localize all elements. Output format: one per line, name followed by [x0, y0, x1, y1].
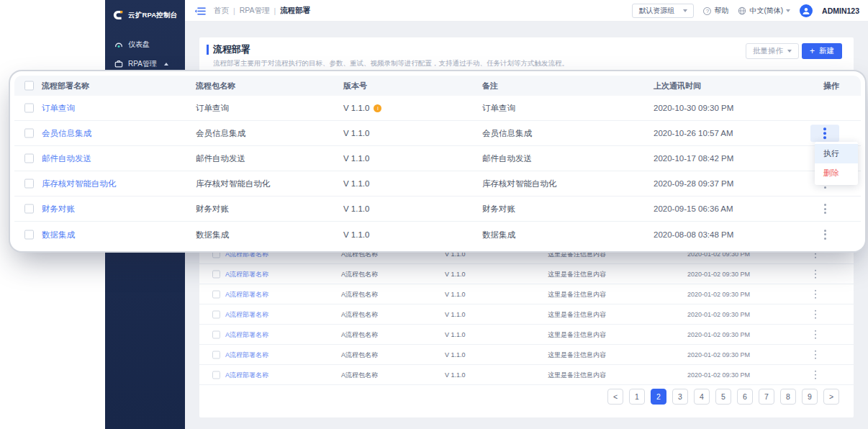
pagination-page-7[interactable]: 7 — [759, 389, 774, 405]
last-communication-time: 2020-01-02 09:30 PM — [687, 311, 750, 318]
version-number: V 1.1.0 — [343, 154, 369, 163]
column-header-remark: 备注 — [482, 81, 498, 91]
package-name: A流程包名称 — [341, 269, 378, 279]
row-actions-button[interactable] — [810, 125, 839, 142]
row-checkbox[interactable] — [212, 310, 220, 318]
language-select[interactable]: 中文(简体) — [738, 6, 790, 16]
package-name: A流程包名称 — [341, 370, 378, 379]
row-actions-button[interactable] — [801, 310, 830, 319]
more-vertical-icon — [815, 269, 817, 279]
select-all-checkbox[interactable] — [24, 81, 34, 91]
deployment-name-link[interactable]: A流程部署名称 — [225, 289, 268, 299]
resource-group-select[interactable]: 默认资源组 — [632, 4, 694, 18]
magnified-table-overlay: 流程部署名称 流程包名称 版本号 备注 上次通讯时间 操作 订单查询订单查询V … — [14, 76, 861, 247]
pagination-page-5[interactable]: 5 — [715, 389, 731, 405]
avatar[interactable] — [800, 4, 813, 17]
row-actions-button[interactable] — [801, 269, 830, 279]
table-row: A流程部署名称A流程包名称V 1.1.0这里是备注信息内容2020-01-02 … — [199, 244, 854, 264]
row-checkbox[interactable] — [212, 330, 220, 338]
deployment-name-link[interactable]: 库存核对智能自动化 — [42, 179, 117, 189]
pagination-page-4[interactable]: 4 — [694, 389, 710, 405]
deployment-name-link[interactable]: A流程部署名称 — [225, 330, 268, 339]
pagination: <123456789> — [607, 389, 839, 405]
title-accent-bar — [207, 45, 209, 55]
sidebar-item-label: RPA管理 — [128, 59, 157, 69]
remark: 这里是备注信息内容 — [548, 350, 606, 359]
row-actions-button[interactable] — [801, 370, 830, 379]
column-header-last-communication: 上次通讯时间 — [654, 81, 701, 91]
row-checkbox[interactable] — [24, 104, 34, 113]
pagination-page-8[interactable]: 8 — [780, 389, 796, 405]
version-number: V 1.1.0 — [343, 129, 369, 137]
breadcrumb-rpa-management[interactable]: RPA管理 — [240, 6, 270, 16]
pagination-prev[interactable]: < — [607, 389, 623, 405]
row-checkbox[interactable] — [212, 371, 220, 379]
deployment-name-link[interactable]: 财务对账 — [42, 204, 75, 214]
app-logo: 云扩RPA控制台 — [113, 9, 177, 21]
package-name: 财务对账 — [196, 204, 229, 214]
deployment-name-link[interactable]: 数据集成 — [42, 229, 75, 240]
deployment-name-link[interactable]: 邮件自动发送 — [42, 153, 91, 164]
deployment-name-link[interactable]: A流程部署名称 — [225, 310, 268, 319]
sidebar-item-dashboard[interactable]: 仪表盘 — [114, 40, 150, 50]
row-actions-button[interactable] — [801, 249, 830, 258]
row-actions-button[interactable] — [810, 230, 839, 240]
pagination-page-3[interactable]: 3 — [672, 389, 688, 405]
row-actions-button[interactable] — [801, 289, 830, 299]
pagination-page-1[interactable]: 1 — [629, 389, 645, 405]
row-actions-button[interactable] — [801, 350, 830, 359]
batch-actions-label: 批量操作 — [753, 46, 783, 56]
last-communication-time: 2020-09-15 06:36 AM — [654, 204, 733, 213]
row-actions-button[interactable] — [810, 204, 839, 214]
row-actions-button[interactable] — [801, 330, 830, 339]
menu-collapse-icon[interactable] — [194, 6, 206, 19]
menu-item-delete[interactable]: 删除 — [815, 163, 858, 183]
deployment-name-link[interactable]: A流程部署名称 — [225, 350, 268, 359]
pagination-page-2[interactable]: 2 — [651, 389, 666, 405]
deployment-name-link[interactable]: 会员信息集成 — [42, 128, 91, 139]
new-deployment-label: 新建 — [819, 46, 834, 56]
row-checkbox[interactable] — [24, 154, 34, 163]
deployment-name-link[interactable]: A流程部署名称 — [225, 249, 268, 258]
version-alert-icon: i — [374, 104, 381, 112]
page-title: 流程部署 — [213, 43, 250, 56]
new-deployment-button[interactable]: + 新建 — [802, 43, 842, 59]
deployment-name-link[interactable]: 订单查询 — [42, 103, 75, 114]
pagination-page-6[interactable]: 6 — [737, 389, 753, 405]
row-checkbox[interactable] — [24, 230, 34, 239]
more-vertical-icon — [815, 289, 817, 299]
row-checkbox[interactable] — [212, 270, 220, 278]
deployment-name-link[interactable]: A流程部署名称 — [225, 269, 268, 279]
topbar: 首页 | RPA管理 | 流程部署 默认资源组 ? 帮助 — [185, 0, 868, 22]
version-number: V 1.1.0 — [343, 179, 369, 188]
menu-item-execute[interactable]: 执行 — [815, 144, 858, 163]
package-name: A流程包名称 — [341, 249, 378, 258]
column-header-deployment-name: 流程部署名称 — [42, 81, 89, 91]
sidebar-item-rpa-management[interactable]: RPA管理 — [114, 59, 168, 69]
remark: 财务对账 — [482, 204, 515, 214]
row-checkbox[interactable] — [212, 290, 220, 298]
row-checkbox[interactable] — [212, 250, 220, 258]
last-communication-time: 2020-09-28 09:37 PM — [654, 179, 733, 188]
help-button[interactable]: ? 帮助 — [703, 6, 728, 16]
row-actions-menu: 执行 删除 — [815, 142, 858, 185]
row-checkbox[interactable] — [24, 204, 34, 214]
more-vertical-icon — [824, 204, 826, 214]
deployment-name-link[interactable]: A流程部署名称 — [225, 370, 268, 379]
row-checkbox[interactable] — [212, 351, 220, 358]
table-header-row: 流程部署名称 流程包名称 版本号 备注 上次通讯时间 操作 — [14, 76, 861, 96]
package-name: 数据集成 — [196, 229, 229, 240]
pagination-page-9[interactable]: 9 — [802, 389, 818, 405]
remark: 这里是备注信息内容 — [548, 370, 606, 379]
sidebar-item-label: 仪表盘 — [128, 40, 150, 50]
breadcrumb-home[interactable]: 首页 — [214, 6, 229, 16]
batch-actions-button[interactable]: 批量操作 — [746, 43, 799, 59]
row-checkbox[interactable] — [24, 179, 34, 189]
last-communication-time: 2020-01-02 09:30 PM — [687, 331, 750, 338]
version-number: V 1.1.0i — [343, 104, 381, 112]
remark: 这里是备注信息内容 — [548, 249, 606, 258]
column-header-package-name: 流程包名称 — [196, 81, 235, 91]
pagination-next[interactable]: > — [823, 389, 839, 405]
overlay-table-body: 订单查询订单查询V 1.1.0i订单查询2020-10-30 09:30 PM会… — [14, 96, 861, 247]
row-checkbox[interactable] — [24, 129, 34, 138]
